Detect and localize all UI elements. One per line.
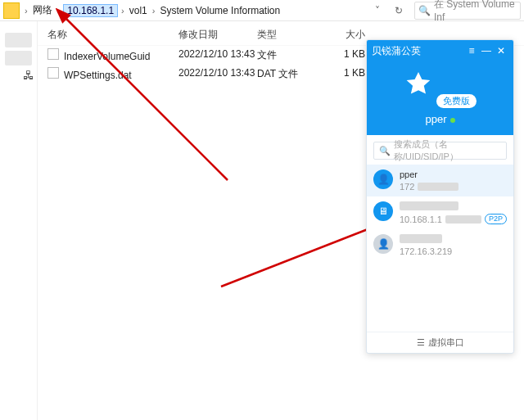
folder-icon [3,2,20,19]
column-size[interactable]: 大小 [316,28,365,42]
avatar: 👤 [373,234,393,254]
chevron-right-icon: › [21,6,31,16]
column-name[interactable]: 名称 [47,28,178,42]
chevron-right-icon: › [54,6,64,16]
panel-title: 贝锐蒲公英 [372,44,464,58]
p2p-badge: P2P [485,214,507,224]
nav-item-blurred [5,33,32,47]
file-icon [47,48,59,60]
file-size: 1 KB [316,67,365,81]
close-button[interactable]: ✕ [494,45,508,56]
file-type: DAT 文件 [257,67,316,81]
pgy-panel: 贝锐蒲公英 ≡ — ✕ 免费版 pper 🔍 搜索成员（名称/UID/SID/I… [366,39,514,354]
address-bar: › 网络 › 10.168.1.1 › vol1 › System Volume… [0,0,524,21]
current-user: pper [367,113,513,125]
member-search-placeholder: 搜索成员（名称/UID/SID/IP） [394,138,501,163]
search-icon: 🔍 [418,5,431,16]
obfuscated-text [418,183,458,191]
member-row[interactable]: 🖥10.168.1.1P2P [367,196,513,229]
member-name: pper [400,169,507,181]
file-icon [47,67,59,79]
breadcrumb-folder[interactable]: System Volume Information [158,5,282,16]
search-icon: 🔍 [379,146,391,156]
column-type[interactable]: 类型 [257,28,316,42]
member-name [400,201,507,213]
serial-icon: ☰ [417,337,425,348]
member-ip: 10.168.1.1 [400,215,442,224]
panel-header: 免费版 pper [367,61,513,135]
obfuscated-text [445,215,481,224]
plan-badge: 免费版 [436,94,477,108]
member-name [400,234,507,246]
avatar: 🖥 [373,201,393,221]
avatar: 👤 [373,169,393,189]
chevron-right-icon: › [118,6,128,16]
file-size: 1 KB [316,48,365,62]
breadcrumb-ip[interactable]: 10.168.1.1 [63,4,118,17]
file-date: 2022/12/10 13:43 [178,48,257,62]
search-placeholder: 在 System Volume Inf [434,0,517,23]
refresh-button[interactable]: ↻ [390,2,408,20]
member-row[interactable]: 👤172.16.3.219 [367,229,513,261]
breadcrumb-network[interactable]: 网络 [31,3,54,17]
obfuscated-text [400,201,458,210]
member-ip: 172.16.3.219 [400,246,452,256]
search-input[interactable]: 🔍 在 System Volume Inf [414,2,521,20]
dropdown-button[interactable]: ˅ [368,2,386,20]
member-list: 👤pper172🖥10.168.1.1P2P👤172.16.3.219 [367,165,513,332]
breadcrumb-volume[interactable]: vol1 [128,5,149,16]
member-row[interactable]: 👤pper172 [367,165,513,196]
chevron-right-icon: › [149,6,159,16]
file-name: IndexerVolumeGuid [64,51,150,62]
nav-pane[interactable]: 🖧 [0,21,38,420]
obfuscated-text [400,234,442,243]
footer-virtual-serial[interactable]: ☰ 虚拟串口 [367,332,513,353]
column-date[interactable]: 修改日期 [178,28,257,42]
nav-item-blurred [5,51,32,65]
minimize-button[interactable]: — [479,45,494,56]
network-icon: 🖧 [23,69,34,82]
member-search-input[interactable]: 🔍 搜索成员（名称/UID/SID/IP） [373,142,507,160]
panel-titlebar: 贝锐蒲公英 ≡ — ✕ [367,40,513,61]
file-type: 文件 [257,48,316,62]
status-dot-online [450,118,455,123]
star-icon [404,70,433,99]
file-date: 2022/12/10 13:43 [178,67,257,81]
member-ip: 172 [400,182,414,192]
file-name: WPSettings.dat [64,70,132,81]
menu-button[interactable]: ≡ [464,45,479,56]
